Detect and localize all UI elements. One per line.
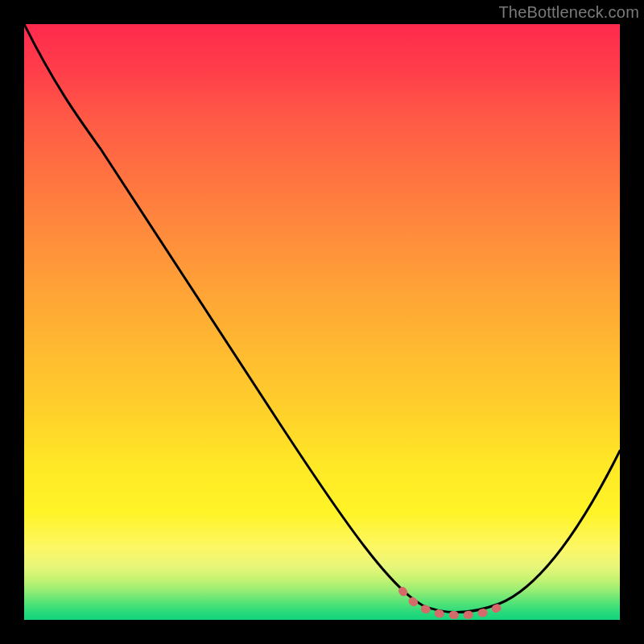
bottleneck-curve-line bbox=[24, 24, 620, 613]
heatmap-background bbox=[24, 24, 620, 620]
chart-frame: TheBottleneck.com bbox=[0, 0, 644, 644]
watermark-text: TheBottleneck.com bbox=[498, 3, 639, 22]
chart-svg bbox=[24, 24, 620, 620]
